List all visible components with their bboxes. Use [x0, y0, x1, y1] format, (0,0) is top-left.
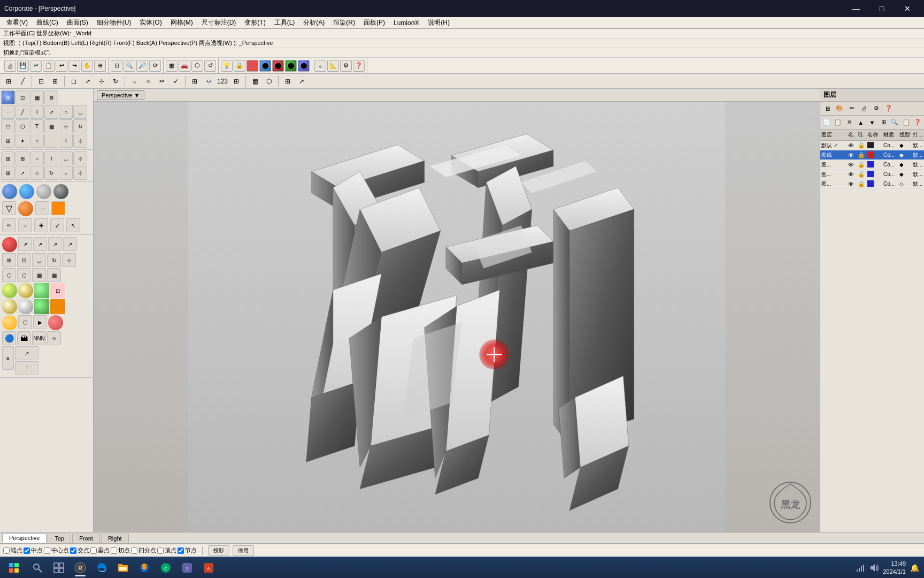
tb-grid[interactable]: ▦ [166, 60, 178, 72]
menu-item[interactable]: 面板(P) [359, 17, 389, 28]
tb2-subtools9[interactable]: ⬦ [128, 75, 141, 88]
layer-color-default[interactable] [866, 141, 882, 150]
sb-view-perspective[interactable]: ⊞ [1, 90, 15, 104]
sb-mesh2[interactable]: ↗ [16, 166, 29, 180]
sb-solid5[interactable]: ◡ [59, 151, 73, 165]
menu-item[interactable]: 实体(O) [135, 17, 166, 28]
tb-redo[interactable]: ↪ [68, 60, 80, 72]
snap-vertex-check[interactable] [157, 547, 164, 554]
sb-snap2[interactable]: ↗ [18, 237, 32, 251]
menu-item[interactable]: 渲染(R) [329, 17, 359, 28]
sb-snap7[interactable]: ⊡ [17, 253, 31, 267]
layer-vis-tu1[interactable]: 👁 [847, 161, 857, 169]
sb-mesh6[interactable]: ⊹ [73, 166, 87, 180]
tb-settings[interactable]: ⚙ [340, 60, 352, 72]
tb2-subtools10[interactable]: ○ [142, 75, 155, 88]
layer-row-tu1[interactable]: 图... 👁 🔒 Co... ◆ 默... [820, 160, 924, 170]
layer-color-tu1[interactable] [866, 161, 882, 169]
sb-snap31[interactable]: ≡ [2, 346, 14, 370]
tb-pan[interactable]: ✋ [81, 60, 93, 72]
sb-polygon[interactable]: ⬡ [16, 119, 29, 133]
panel-tb-help3[interactable]: ❓ [912, 117, 923, 128]
sb-snap11[interactable]: ⬡ [2, 268, 16, 282]
menu-item[interactable]: 查看(V) [2, 17, 32, 28]
tb2-subtools14[interactable]: 💀 [202, 75, 215, 88]
layer-lock-tu3[interactable]: 🔒 [857, 180, 866, 188]
sb-mat-sphere-dark[interactable] [53, 184, 68, 199]
tb-save[interactable]: 💾 [17, 60, 29, 72]
taskbar-search[interactable] [28, 558, 47, 577]
sb-surface3[interactable]: ○ [30, 134, 44, 148]
snap-perp-check[interactable] [90, 547, 97, 554]
sb-point[interactable]: · [1, 105, 15, 119]
tb2-subtools8[interactable]: ↻ [109, 75, 122, 88]
sb-snap1[interactable] [2, 237, 17, 252]
tb2-subtools6[interactable]: ↗ [81, 75, 94, 88]
tb-sphere1[interactable]: ⬤ [259, 60, 271, 72]
snap-endpoint-check[interactable] [3, 547, 10, 554]
sb-solid2[interactable]: ⊞ [16, 151, 29, 165]
sb-arc[interactable]: ◡ [73, 105, 87, 119]
sb-mesh1[interactable]: ⊞ [1, 166, 15, 180]
viewport-perspective-label[interactable]: Perspective ▼ [97, 90, 144, 100]
viewport-canvas[interactable]: 黑龙 [94, 102, 820, 532]
sb-mat-arrow-d[interactable]: ↙ [50, 218, 64, 232]
tb-zoom-ex[interactable]: 🔎 [136, 60, 148, 72]
panel-tb-search2[interactable]: 🔍 [889, 117, 900, 128]
layer-row-tu2[interactable]: 图... 👁 🔒 Co... ◆ 默... [820, 170, 924, 179]
sb-snap32[interactable]: ↗ [15, 346, 38, 360]
sb-view-4[interactable]: ⊡ [16, 90, 29, 104]
panel-tb-dellayer[interactable]: ✕ [844, 117, 854, 128]
tb-rotate[interactable]: ⟳ [149, 60, 161, 72]
panel-tb-print2[interactable]: 🖨 [858, 103, 870, 115]
tb-help[interactable]: ❓ [353, 60, 365, 72]
menu-item[interactable]: 曲线(C) [32, 17, 63, 28]
sb-mat-sphere-blue[interactable] [2, 184, 17, 199]
tb-print[interactable]: 🖨 [4, 60, 16, 72]
sb-snap33[interactable]: ⊺ [15, 361, 38, 375]
sb-mat-sphere-gray[interactable] [36, 184, 51, 199]
tb-car[interactable]: 🚗 [179, 60, 190, 72]
taskbar-edge[interactable] [92, 558, 111, 577]
sb-view-settings[interactable]: ⚙ [44, 90, 58, 104]
layer-color-tu3[interactable] [866, 180, 882, 188]
start-button[interactable] [4, 558, 24, 577]
panel-tb-help2[interactable]: ❓ [883, 103, 895, 115]
taskbar-volume[interactable] [869, 562, 880, 573]
sb-snap6[interactable]: ⊞ [2, 253, 16, 267]
sb-mat-arrows[interactable]: ↔ [18, 218, 32, 232]
sb-line[interactable]: ╱ [16, 105, 29, 119]
sb-mat-tri-down[interactable]: ▽ [2, 201, 16, 215]
sb-mesh5[interactable]: ⬦ [59, 166, 73, 180]
layer-row-default[interactable]: 默认 ✓ 👁 🔒 Co... ◆ 默... [820, 141, 924, 150]
tb2-subtools16[interactable]: ⊞ [230, 75, 243, 88]
sb-snap25[interactable]: ▶ [33, 315, 47, 329]
tb-light[interactable]: 💡 [221, 60, 233, 72]
panel-tb-newlayer[interactable]: 📄 [821, 117, 832, 128]
layer-lock-tuxian[interactable]: 🔒 [857, 151, 866, 159]
menu-item[interactable]: 细分物件(U) [93, 17, 136, 28]
sb-snap8[interactable]: ◡ [32, 253, 46, 267]
menu-item[interactable]: 说明(H) [424, 17, 454, 28]
tb2-subtools13[interactable]: ⊞ [188, 75, 201, 88]
layer-color-tu2[interactable] [866, 170, 882, 179]
sb-dim[interactable]: ⊹ [59, 119, 73, 133]
sb-snap28[interactable]: 🏔 [17, 331, 31, 345]
menu-item[interactable]: 网格(M) [166, 17, 197, 28]
layer-vis-default[interactable]: 👁 [847, 142, 857, 149]
sb-snap13[interactable]: ▦ [32, 268, 46, 282]
sb-view-3[interactable]: ▦ [30, 90, 44, 104]
sb-mat-arrow-u[interactable]: ↖ [66, 218, 80, 232]
tb-select[interactable]: ⊡ [111, 60, 122, 72]
menu-item[interactable]: 工具(L) [270, 17, 299, 28]
tb2-subtools12[interactable]: ✓ [170, 75, 182, 88]
layer-vis-tu2[interactable]: 👁 [847, 171, 857, 178]
taskbar-app1[interactable]: C [156, 558, 175, 577]
layer-vis-tuxian[interactable]: 👁 [847, 151, 857, 159]
tb2-subtools18[interactable]: ⬡ [263, 75, 275, 88]
layer-row-tuxian[interactable]: 图线 👁 🔒 Co... ◆ 默... [820, 150, 924, 160]
sb-snap22[interactable] [50, 299, 65, 314]
snap-intersect-check[interactable] [70, 547, 76, 554]
sb-snap20[interactable] [18, 299, 33, 314]
sb-rect[interactable]: □ [1, 119, 15, 133]
